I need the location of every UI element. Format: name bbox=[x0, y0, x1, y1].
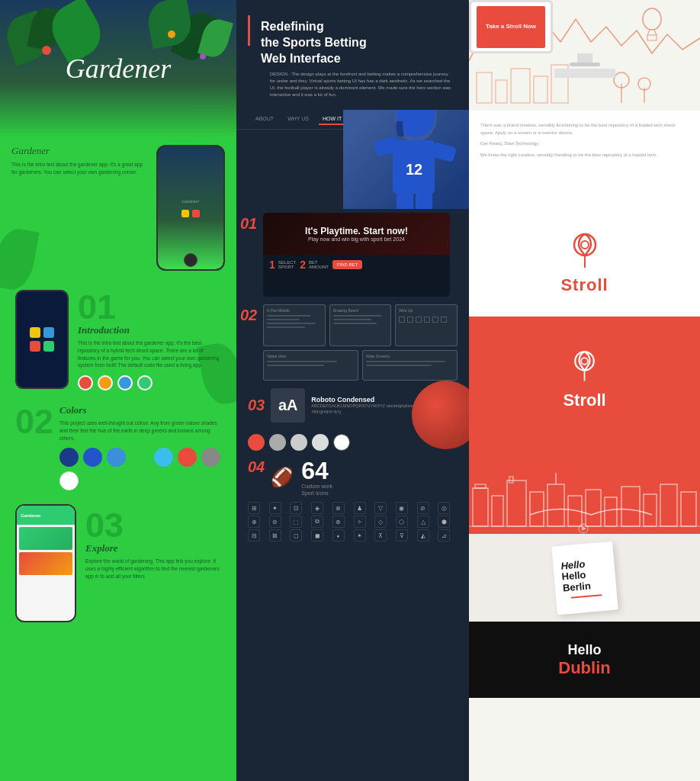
monitor-desk: Take a Stroll Now bbox=[469, 0, 700, 78]
monitor-screen-text: Take a Stroll Now bbox=[486, 23, 536, 31]
phone-home-button bbox=[184, 253, 197, 267]
intro-content: 01 Introduction This is the intro text a… bbox=[78, 290, 221, 390]
icon-cell-18: ⬡ bbox=[396, 516, 408, 528]
app-icon-blue bbox=[43, 327, 54, 338]
avatar-4 bbox=[137, 375, 153, 390]
icon-cell-12: ⊜ bbox=[269, 516, 281, 528]
icon-cell-7: ▽ bbox=[374, 502, 387, 514]
bet-subtext: Play now and win big with sport bet 2024 bbox=[305, 236, 408, 242]
flower-decoration-3 bbox=[200, 53, 206, 59]
berlin-book-line bbox=[571, 594, 602, 598]
colors-title: Colors bbox=[59, 404, 221, 416]
palette-gray2 bbox=[291, 434, 307, 451]
monitor-base bbox=[570, 63, 600, 66]
football-player-bg: 12 bbox=[343, 110, 469, 209]
berlin-book: Hello Hello Berlin bbox=[551, 541, 618, 615]
flower-decoration-2 bbox=[168, 31, 175, 38]
flower-decoration-1 bbox=[42, 46, 51, 55]
font-label: Sport Icons bbox=[301, 490, 332, 496]
section-01-number: 01 bbox=[78, 290, 116, 324]
sports-main-title: Redefining the Sports Betting Web Interf… bbox=[261, 19, 454, 66]
avatar-2 bbox=[98, 375, 113, 390]
wireframe-4: Tablet View bbox=[263, 350, 358, 381]
red-accent-line bbox=[248, 15, 250, 46]
section-02-label: 02 bbox=[240, 307, 257, 324]
icon-cell-29: ◭ bbox=[417, 529, 429, 542]
wireframe-1: 6-Part Mobile bbox=[263, 304, 326, 346]
svg-rect-7 bbox=[416, 192, 432, 209]
app-icon-red bbox=[30, 341, 40, 352]
stroll-red-text: Stroll bbox=[563, 390, 605, 410]
section-04-wrapper: 04 🏈 64 Custom work Sport Icons bbox=[236, 455, 469, 500]
player-silhouette: 12 bbox=[343, 110, 469, 209]
sports-hero: 12 ABOUT WHY US HOW IT WORKS ABOUT bbox=[236, 110, 469, 209]
nav-tab-about[interactable]: ABOUT bbox=[252, 114, 278, 125]
intro-title: Introduction bbox=[78, 324, 221, 336]
wf-cell bbox=[407, 317, 413, 323]
bet-steps: 1 SELECTSPORT 2 BETAMOUNT FIND BET bbox=[263, 255, 450, 275]
icon-cell-30: ⊿ bbox=[438, 529, 450, 542]
phone-icon-1 bbox=[181, 210, 189, 217]
nav-tab-why[interactable]: WHY US bbox=[284, 114, 313, 125]
icon-cell-26: ✶ bbox=[354, 529, 366, 542]
sports-header: Redefining the Sports Betting Web Interf… bbox=[236, 0, 469, 110]
svg-rect-15 bbox=[534, 76, 547, 103]
right-column: Take a Stroll Now There was a brand crea… bbox=[469, 0, 700, 781]
section-01-label: 01 bbox=[240, 215, 257, 233]
swatch-dark-blue bbox=[59, 448, 79, 467]
section-03-wrapper: 03 aA Roboto Condensed ABCDEFGHIJKLMNOPQ… bbox=[236, 384, 469, 426]
monitor-card: Take a Stroll Now bbox=[469, 0, 700, 111]
swatch-gray bbox=[201, 448, 220, 467]
svg-point-21 bbox=[574, 234, 596, 256]
rugby-ball-icon: 🏈 bbox=[271, 467, 294, 488]
social-content bbox=[17, 525, 75, 580]
section-02-wrapper: 02 6-Part Mobile Drawing Board bbox=[236, 301, 469, 384]
svg-point-25 bbox=[581, 358, 588, 365]
icon-cell-24: ◼ bbox=[311, 529, 323, 542]
palette-gray3 bbox=[312, 434, 329, 451]
colors-description: This project uses well-thought out colou… bbox=[59, 419, 221, 442]
step-3-btn[interactable]: FIND BET bbox=[332, 260, 362, 269]
bet-step-3: FIND BET bbox=[332, 259, 362, 271]
wireframe-2: Drawing Board bbox=[329, 304, 392, 346]
typography-aa-text: aA bbox=[278, 397, 298, 414]
icon-cell-22: ⊠ bbox=[269, 529, 281, 542]
sports-subtitle: DESIGN - The design plays at the forefro… bbox=[261, 71, 454, 98]
swatch-cyan bbox=[154, 448, 173, 467]
wireframe-3: Wire Up bbox=[395, 304, 458, 346]
social-header: Gardener bbox=[17, 506, 75, 525]
intro-description: This is the intro text about the gardene… bbox=[78, 339, 221, 369]
icon-cell-13: ⬚ bbox=[290, 516, 302, 528]
berlin-book-title: Hello Hello Berlin bbox=[560, 557, 608, 593]
wf-cell bbox=[424, 317, 430, 323]
wf-cell bbox=[441, 317, 447, 323]
icon-cell-11: ⊕ bbox=[248, 516, 260, 528]
stroll-body-text-1: There was a brand creative, sensibly fun… bbox=[480, 122, 689, 137]
bet-video-background: It's Playtime. Start now! Play now and w… bbox=[263, 213, 450, 255]
social-post-1 bbox=[19, 527, 72, 550]
stroll-tagline: Get Ready, Start Technology bbox=[480, 140, 689, 148]
left-column: Gardener Gardener This is the intro text… bbox=[0, 0, 236, 781]
phone-screen-main: Gardener bbox=[158, 146, 223, 269]
colors-section: 02 Colors This project uses well-thought… bbox=[0, 398, 236, 497]
social-post-image-1 bbox=[19, 527, 72, 550]
sports-title-bold: Web Interface bbox=[261, 52, 341, 65]
stroll-logo-text: Stroll bbox=[560, 275, 608, 295]
avatar-1 bbox=[78, 375, 93, 390]
explore-title: Explore bbox=[85, 542, 221, 554]
explore-content: 03 Explore Explore the world of gardenin… bbox=[85, 504, 221, 580]
phone-screen-dark bbox=[17, 291, 67, 387]
icon-cell-25: ⬧ bbox=[332, 529, 345, 542]
stroll-body-text-2: We know the right creative, sensibly han… bbox=[480, 152, 689, 159]
stroll-logo-card: Stroll bbox=[469, 210, 700, 317]
wireframe-label-3: Wire Up bbox=[399, 308, 454, 313]
icon-cell-1: ⊞ bbox=[248, 502, 260, 514]
icon-cell-15: ⊛ bbox=[332, 516, 345, 528]
stroll-pin-white-svg bbox=[571, 349, 598, 383]
social-app-name: Gardener bbox=[21, 513, 41, 518]
section-01-wrapper: 01 It's Playtime. Start now! Play now an… bbox=[236, 209, 469, 301]
dublin-cityscape-svg bbox=[469, 442, 700, 534]
svg-text:12: 12 bbox=[406, 161, 422, 178]
wireframe-label-5: Wide Screens bbox=[366, 354, 454, 358]
berlin-city-text: Hello Berlin bbox=[561, 569, 591, 593]
